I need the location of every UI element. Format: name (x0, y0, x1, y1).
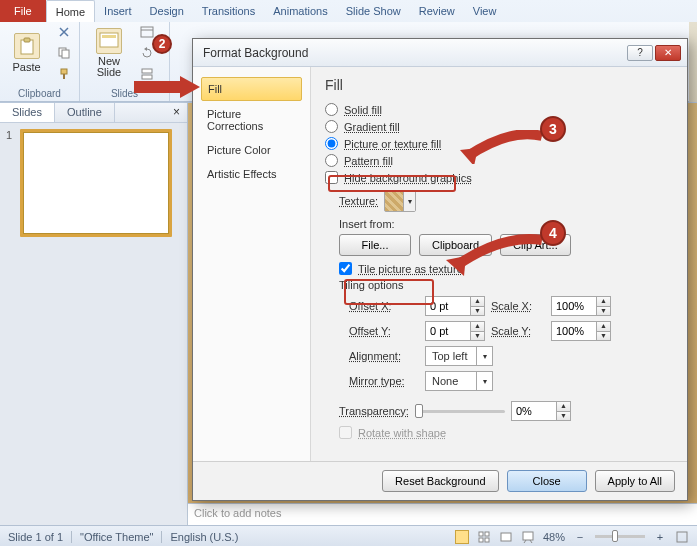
new-slide-button[interactable]: New Slide (86, 28, 132, 78)
paste-button[interactable]: Paste (6, 33, 47, 73)
apply-to-all-button[interactable]: Apply to All (595, 470, 675, 492)
arrow-to-picture-fill (460, 130, 546, 164)
texture-picker[interactable]: ▾ (384, 190, 416, 212)
status-theme: "Office Theme" (80, 531, 153, 543)
pane-tab-outline[interactable]: Outline (55, 103, 115, 122)
pane-close-icon[interactable]: × (166, 103, 187, 122)
svg-rect-4 (61, 69, 67, 74)
tab-review[interactable]: Review (410, 0, 464, 22)
svg-rect-3 (62, 50, 69, 58)
transparency-label: Transparency: (339, 405, 409, 417)
offset-y-input[interactable]: ▲▼ (425, 321, 485, 341)
view-reading-icon[interactable] (499, 530, 513, 544)
tab-animations[interactable]: Animations (264, 0, 336, 22)
dialog-help-button[interactable]: ? (627, 45, 653, 61)
svg-rect-12 (479, 532, 483, 536)
transparency-slider[interactable] (415, 410, 505, 413)
arrow-to-file (446, 234, 546, 276)
svg-rect-15 (485, 538, 489, 542)
slide-thumb-number: 1 (6, 129, 12, 141)
insert-from-label: Insert from: (339, 218, 673, 230)
dialog-close-button[interactable]: ✕ (655, 45, 681, 61)
scale-y-label: Scale Y: (491, 325, 545, 337)
alignment-label: Alignment: (349, 350, 419, 362)
edge-strip (689, 22, 697, 102)
nav-picture-corrections[interactable]: Picture Corrections (201, 103, 302, 137)
svg-rect-8 (141, 27, 153, 37)
arrow-to-fill (134, 76, 200, 98)
zoom-minus-icon[interactable]: − (573, 530, 587, 544)
svg-rect-20 (677, 532, 687, 542)
zoom-plus-icon[interactable]: + (653, 530, 667, 544)
nav-artistic-effects[interactable]: Artistic Effects (201, 163, 302, 185)
format-painter-icon[interactable] (55, 65, 73, 83)
tab-transitions[interactable]: Transitions (193, 0, 264, 22)
tab-slide-show[interactable]: Slide Show (337, 0, 410, 22)
callout-3: 3 (540, 116, 566, 142)
status-slide: Slide 1 of 1 (8, 531, 63, 543)
reset-background-button[interactable]: Reset Background (382, 470, 499, 492)
fill-heading: Fill (325, 77, 673, 93)
svg-rect-14 (479, 538, 483, 542)
check-rotate-with-shape: Rotate with shape (339, 426, 673, 439)
svg-marker-23 (460, 148, 478, 164)
file-tab[interactable]: File (0, 0, 46, 22)
format-background-dialog: Format Background ? ✕ Fill Picture Corre… (192, 38, 688, 501)
svg-rect-16 (501, 533, 511, 541)
svg-rect-21 (134, 81, 180, 93)
view-sorter-icon[interactable] (477, 530, 491, 544)
scale-x-label: Scale X: (491, 300, 545, 312)
highlight-picture-fill (328, 175, 456, 192)
scale-x-input[interactable]: ▲▼ (551, 296, 611, 316)
slide-thumbnail[interactable] (20, 129, 172, 237)
svg-marker-22 (180, 76, 200, 98)
callout-2: 2 (152, 34, 172, 54)
status-language[interactable]: English (U.S.) (170, 531, 238, 543)
notes-placeholder[interactable]: Click to add notes (188, 503, 697, 525)
mirror-label: Mirror type: (349, 375, 419, 387)
svg-rect-7 (102, 35, 116, 38)
mirror-combo[interactable]: None▾ (425, 371, 493, 391)
view-normal-icon[interactable] (455, 530, 469, 544)
offset-y-label: Offset Y: (349, 325, 419, 337)
clipboard-icon (14, 33, 40, 59)
nav-fill[interactable]: Fill (201, 77, 302, 101)
view-slideshow-icon[interactable] (521, 530, 535, 544)
close-button[interactable]: Close (507, 470, 587, 492)
svg-marker-24 (446, 256, 466, 276)
cut-icon[interactable] (55, 23, 73, 41)
copy-icon[interactable] (55, 44, 73, 62)
tab-insert[interactable]: Insert (95, 0, 141, 22)
tab-view[interactable]: View (464, 0, 506, 22)
highlight-file-button (344, 279, 434, 305)
fit-window-icon[interactable] (675, 530, 689, 544)
zoom-slider[interactable] (595, 535, 645, 538)
pane-tab-slides[interactable]: Slides (0, 103, 55, 122)
callout-4: 4 (540, 220, 566, 246)
file-button[interactable]: File... (339, 234, 411, 256)
svg-rect-13 (485, 532, 489, 536)
scale-y-input[interactable]: ▲▼ (551, 321, 611, 341)
svg-rect-17 (523, 532, 533, 540)
tab-design[interactable]: Design (141, 0, 193, 22)
dialog-title: Format Background (203, 46, 308, 60)
offset-x-input[interactable]: ▲▼ (425, 296, 485, 316)
radio-solid-fill[interactable]: Solid fill (325, 103, 673, 116)
paste-label: Paste (12, 61, 40, 73)
group-clipboard-label: Clipboard (6, 88, 73, 99)
svg-rect-1 (24, 38, 30, 42)
alignment-combo[interactable]: Top left▾ (425, 346, 493, 366)
texture-label: Texture: (339, 195, 378, 207)
status-zoom: 48% (543, 531, 565, 543)
svg-rect-5 (63, 74, 65, 79)
new-slide-label: New Slide (97, 56, 121, 78)
tab-home[interactable]: Home (46, 0, 95, 22)
nav-picture-color[interactable]: Picture Color (201, 139, 302, 161)
svg-rect-10 (142, 69, 152, 73)
transparency-input[interactable]: ▲▼ (511, 401, 571, 421)
slide-icon (96, 28, 122, 54)
